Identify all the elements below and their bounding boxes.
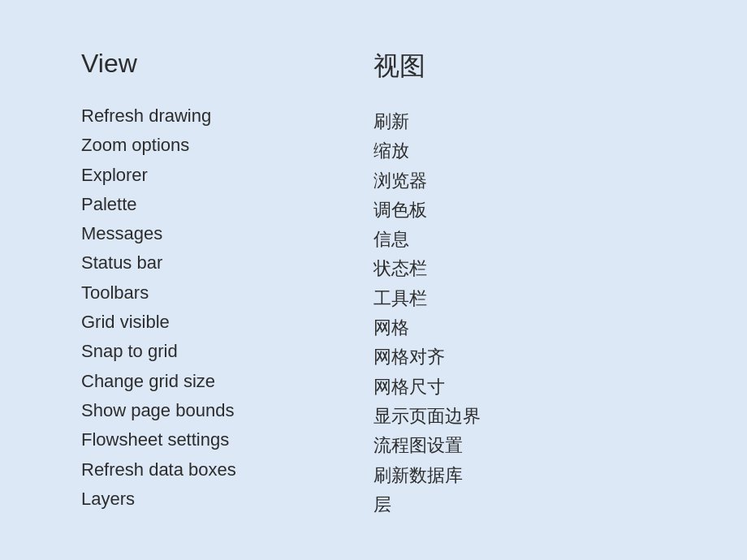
menu-item-grid-visible-cn[interactable]: 网格 xyxy=(374,313,666,342)
menu-item-show-page-bounds-cn[interactable]: 显示页面边界 xyxy=(374,402,666,431)
menu-item-change-grid-size[interactable]: Change grid size xyxy=(81,367,374,396)
menu-item-messages-cn[interactable]: 信息 xyxy=(374,225,666,254)
menu-item-refresh-drawing[interactable]: Refresh drawing xyxy=(81,101,374,131)
menu-item-status-bar[interactable]: Status bar xyxy=(81,248,374,278)
menu-item-layers[interactable]: Layers xyxy=(81,485,374,514)
right-column: 视图 刷新缩放浏览器调色板信息状态栏工具栏网格网格对齐网格尺寸显示页面边界流程图… xyxy=(374,49,666,519)
menu-item-toolbars[interactable]: Toolbars xyxy=(81,278,374,308)
menu-item-palette[interactable]: Palette xyxy=(81,190,374,219)
menu-item-toolbars-cn[interactable]: 工具栏 xyxy=(374,284,666,313)
menu-item-explorer-cn[interactable]: 浏览器 xyxy=(374,166,666,196)
left-menu-list: Refresh drawingZoom optionsExplorerPalet… xyxy=(81,101,374,514)
menu-item-flowsheet-settings[interactable]: Flowsheet settings xyxy=(81,425,374,454)
menu-item-snap-to-grid-cn[interactable]: 网格对齐 xyxy=(374,342,666,372)
menu-item-zoom-options-cn[interactable]: 缩放 xyxy=(374,136,666,166)
menu-item-palette-cn[interactable]: 调色板 xyxy=(374,196,666,225)
right-title: 视图 xyxy=(374,49,666,84)
menu-item-grid-visible[interactable]: Grid visible xyxy=(81,308,374,337)
menu-item-flowsheet-settings-cn[interactable]: 流程图设置 xyxy=(374,431,666,460)
menu-item-zoom-options[interactable]: Zoom options xyxy=(81,131,374,160)
left-title: View xyxy=(81,49,374,79)
menu-item-show-page-bounds[interactable]: Show page bounds xyxy=(81,396,374,425)
menu-item-change-grid-size-cn[interactable]: 网格尺寸 xyxy=(374,373,666,402)
menu-item-explorer[interactable]: Explorer xyxy=(81,161,374,190)
menu-item-refresh-data-boxes[interactable]: Refresh data boxes xyxy=(81,455,374,485)
menu-item-status-bar-cn[interactable]: 状态栏 xyxy=(374,254,666,283)
menu-item-layers-cn[interactable]: 层 xyxy=(374,490,666,519)
menu-item-refresh-drawing-cn[interactable]: 刷新 xyxy=(374,107,666,136)
right-menu-list: 刷新缩放浏览器调色板信息状态栏工具栏网格网格对齐网格尺寸显示页面边界流程图设置刷… xyxy=(374,107,666,519)
menu-item-messages[interactable]: Messages xyxy=(81,219,374,248)
menu-item-refresh-data-boxes-cn[interactable]: 刷新数据库 xyxy=(374,461,666,490)
left-column: View Refresh drawingZoom optionsExplorer… xyxy=(81,49,374,519)
menu-item-snap-to-grid[interactable]: Snap to grid xyxy=(81,337,374,366)
